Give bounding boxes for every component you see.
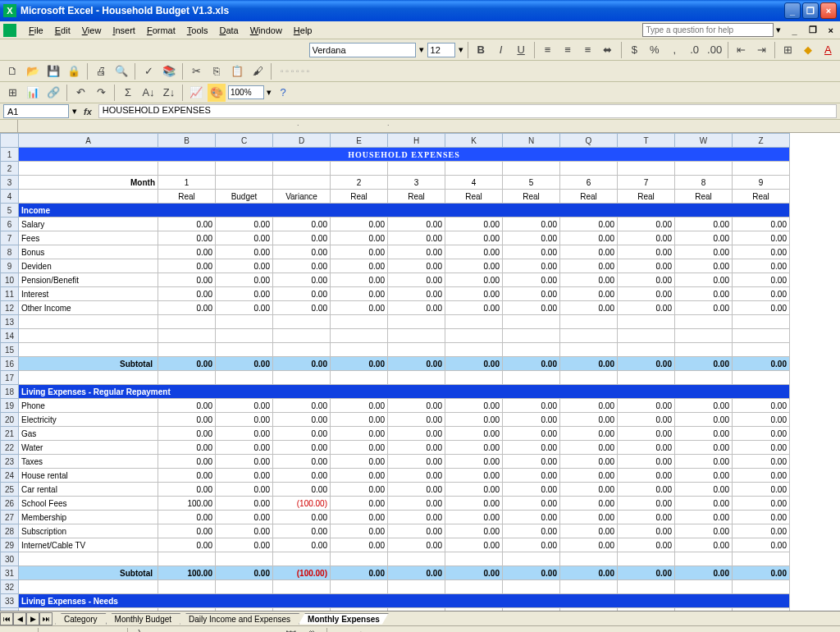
- cell[interactable]: [560, 371, 618, 385]
- cell[interactable]: [388, 552, 445, 566]
- cell[interactable]: 0.00: [445, 301, 503, 315]
- cell[interactable]: 0.00: [216, 427, 273, 441]
- restore-button[interactable]: ❐: [802, 2, 819, 19]
- line-style-button[interactable]: ≡: [396, 627, 414, 633]
- cell[interactable]: 0.00: [560, 455, 618, 469]
- cell[interactable]: 0.00: [560, 497, 618, 511]
- underline-button[interactable]: U: [512, 41, 529, 59]
- cell[interactable]: 0.00: [560, 399, 618, 413]
- oval-button[interactable]: ○: [197, 627, 215, 633]
- wordart-button[interactable]: A: [240, 627, 258, 633]
- cell[interactable]: 0.00: [216, 608, 273, 611]
- cell[interactable]: 0.00: [503, 524, 560, 538]
- cell[interactable]: 0.00: [618, 455, 675, 469]
- col-header-H[interactable]: H: [388, 134, 445, 148]
- cell[interactable]: 0.00: [560, 231, 618, 245]
- cell[interactable]: [19, 371, 158, 385]
- cell[interactable]: 0.00: [733, 483, 790, 497]
- cell[interactable]: 0.00: [503, 566, 560, 580]
- cell[interactable]: [618, 371, 675, 385]
- cell[interactable]: [331, 371, 388, 385]
- align-left-button[interactable]: ≡: [539, 41, 556, 59]
- cell[interactable]: 0.00: [445, 441, 503, 455]
- col-header-T[interactable]: T: [618, 134, 675, 148]
- table-icon[interactable]: ⊞: [3, 84, 21, 102]
- cell[interactable]: 0.00: [273, 287, 331, 301]
- cell[interactable]: 0.00: [445, 357, 503, 371]
- cell[interactable]: (100.00): [273, 497, 331, 511]
- cell[interactable]: 0.00: [618, 566, 675, 580]
- cell[interactable]: 0.00: [503, 287, 560, 301]
- cell[interactable]: 0.00: [675, 427, 733, 441]
- cell[interactable]: [216, 343, 273, 357]
- cell[interactable]: 0.00: [388, 301, 445, 315]
- cell[interactable]: Interest: [19, 287, 158, 301]
- cell[interactable]: 0.00: [560, 301, 618, 315]
- cell[interactable]: [445, 315, 503, 329]
- arrow-button[interactable]: ↘: [154, 627, 172, 633]
- size-dropdown-icon[interactable]: ▾: [459, 44, 463, 55]
- redo-button[interactable]: ↷: [92, 84, 110, 102]
- cell[interactable]: [216, 315, 273, 329]
- cell[interactable]: [388, 162, 445, 176]
- row-header-13[interactable]: 13: [1, 315, 19, 329]
- cell[interactable]: 0.00: [158, 427, 216, 441]
- cell[interactable]: [388, 343, 445, 357]
- cell[interactable]: [618, 162, 675, 176]
- cell[interactable]: 0.00: [216, 218, 273, 231]
- cell[interactable]: Real: [331, 190, 388, 204]
- cell[interactable]: 0.00: [331, 441, 388, 455]
- cell[interactable]: 0.00: [158, 399, 216, 413]
- cell[interactable]: 0.00: [618, 427, 675, 441]
- col-header-A[interactable]: A: [19, 134, 158, 148]
- cell[interactable]: [158, 343, 216, 357]
- cell[interactable]: 0.00: [445, 413, 503, 427]
- cell[interactable]: Membership: [19, 511, 158, 524]
- cell[interactable]: 0.00: [216, 524, 273, 538]
- col-header-C[interactable]: C: [216, 134, 273, 148]
- cell[interactable]: [560, 315, 618, 329]
- save-button[interactable]: 💾: [44, 62, 62, 80]
- cell[interactable]: [560, 162, 618, 176]
- drawing-button[interactable]: 🎨: [208, 84, 226, 102]
- cell[interactable]: 0.00: [158, 273, 216, 287]
- cell[interactable]: Pension/Benefit: [19, 273, 158, 287]
- cell[interactable]: [445, 580, 503, 594]
- chart-wizard-button[interactable]: 📈: [187, 84, 205, 102]
- cell[interactable]: [560, 343, 618, 357]
- doc-close-button[interactable]: ×: [825, 25, 837, 35]
- tab-nav-next[interactable]: ▶: [26, 612, 39, 625]
- cell[interactable]: 0.00: [560, 608, 618, 611]
- cell[interactable]: Electricity: [19, 413, 158, 427]
- cell[interactable]: 0.00: [560, 259, 618, 273]
- col-header-Q[interactable]: Q: [560, 134, 618, 148]
- cell[interactable]: Real: [560, 190, 618, 204]
- textbox-button[interactable]: ▣: [218, 627, 236, 633]
- cell[interactable]: [216, 162, 273, 176]
- cell[interactable]: 0.00: [445, 566, 503, 580]
- cell[interactable]: 0.00: [216, 357, 273, 371]
- cell[interactable]: Income: [19, 204, 790, 218]
- cell[interactable]: 0.00: [733, 511, 790, 524]
- cell[interactable]: [503, 343, 560, 357]
- cell[interactable]: Phone: [19, 399, 158, 413]
- row-header-22[interactable]: 22: [1, 441, 19, 455]
- cell[interactable]: 0.00: [675, 455, 733, 469]
- row-header-30[interactable]: 30: [1, 552, 19, 566]
- cell[interactable]: 0.00: [675, 413, 733, 427]
- cell[interactable]: 0.00: [675, 218, 733, 231]
- cell[interactable]: [216, 329, 273, 343]
- sort-desc-button[interactable]: Z↓: [160, 84, 178, 102]
- clipart-button[interactable]: 🖼: [282, 627, 300, 633]
- cell[interactable]: Subscription: [19, 524, 158, 538]
- cell[interactable]: 0.00: [733, 497, 790, 511]
- menu-dropdown-icon[interactable]: ▾: [774, 25, 783, 35]
- namebox-dropdown-icon[interactable]: ▾: [72, 106, 77, 117]
- rectangle-button[interactable]: ▭: [176, 627, 194, 633]
- cell[interactable]: 0.00: [273, 218, 331, 231]
- cell[interactable]: 0.00: [675, 399, 733, 413]
- cell[interactable]: 0.00: [618, 245, 675, 259]
- cell[interactable]: 0.00: [273, 455, 331, 469]
- cell[interactable]: 0.00: [273, 441, 331, 455]
- cell[interactable]: 0.00: [733, 301, 790, 315]
